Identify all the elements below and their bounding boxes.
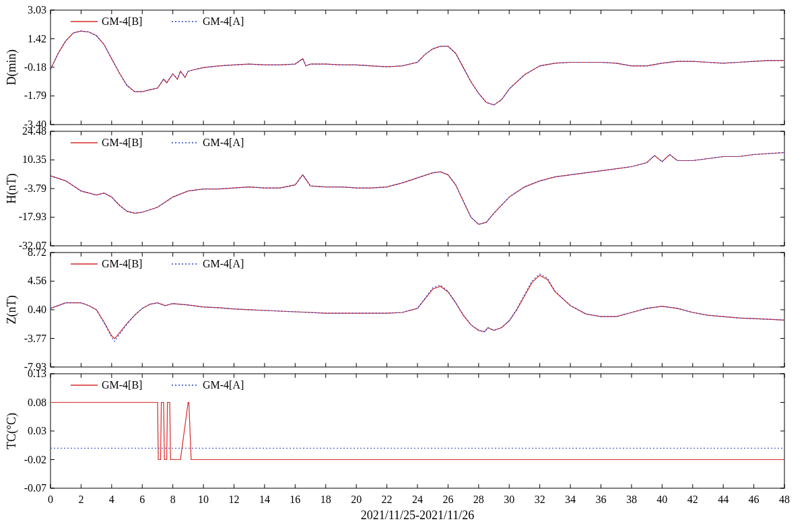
ylabel-D: D(min) [5,50,19,86]
xtick-label: 40 [656,494,667,505]
legend-label-B: GM-4[B] [102,137,142,148]
xtick-label: 48 [779,494,790,505]
series-Z-GM-4[B] [50,275,784,339]
xtick-label: 0 [48,494,53,505]
xtick-label: 18 [321,494,331,505]
series-D-GM-4[A] [50,31,784,105]
ytick-label: 4.56 [28,275,46,286]
legend-label-B: GM-4[B] [102,15,142,27]
series-TC-GM-4[B] [50,403,784,460]
xtick-label: 28 [473,494,484,505]
legend-label-B: GM-4[B] [102,379,142,391]
xtick-label: 30 [504,494,514,505]
xtick-label: 26 [442,494,453,505]
legend-label-A: GM-4[A] [203,137,244,148]
ylabel-Z: Z(nT) [5,296,19,325]
ytick-label: -0.02 [24,454,46,465]
ytick-label: -17.93 [19,211,46,222]
ytick-label: 0.13 [28,368,46,379]
legend-label-A: GM-4[A] [203,258,244,269]
xtick-label: 42 [687,494,698,505]
ytick-label: 8.72 [28,246,46,258]
xtick-label: 34 [565,494,576,505]
ytick-label: 0.08 [28,397,46,408]
xtick-label: 46 [749,494,760,505]
ytick-label: 0.40 [28,304,46,315]
xtick-label: 36 [596,494,607,505]
ytick-label: 1.42 [28,33,46,44]
ytick-label: -3.79 [24,182,46,194]
ytick-label: 10.35 [22,154,46,165]
ytick-label: 24.48 [22,125,46,137]
panel-frame-D [50,10,784,125]
xtick-label: 38 [626,494,637,505]
xtick-label: 24 [412,494,423,505]
xtick-label: 4 [109,494,114,505]
ylabel-TC: TC(°C) [5,413,19,449]
ytick-label: 0.03 [28,425,46,436]
xtick-label: 32 [535,494,545,505]
xtick-label: 14 [259,494,270,505]
xtick-label: 2 [78,494,83,505]
ytick-label: -0.18 [24,61,46,73]
series-D-GM-4[B] [50,31,784,105]
legend-label-B: GM-4[B] [102,258,142,269]
ytick-label: -1.79 [24,90,46,101]
xtick-label: 16 [290,494,300,505]
xtick-label: 6 [139,494,145,505]
panel-frame-H [50,131,784,246]
series-H-GM-4[B] [50,153,784,225]
legend-label-A: GM-4[A] [203,379,244,391]
xtick-label: 8 [170,494,176,505]
legend-label-A: GM-4[A] [203,15,244,27]
panel-frame-Z [50,253,784,367]
xtick-label: 22 [382,494,393,505]
series-H-GM-4[A] [50,153,784,225]
ytick-label: -3.77 [24,333,46,344]
xtick-label: 20 [351,494,362,505]
xaxis-label: 2021/11/25-2021/11/26 [361,508,475,522]
series-Z-GM-4[A] [50,274,784,341]
xtick-label: 44 [718,494,729,505]
ytick-label: -0.07 [24,482,46,494]
ytick-label: 3.03 [28,4,46,15]
ylabel-H: H(nT) [5,174,19,204]
xtick-label: 10 [198,494,209,505]
xtick-label: 12 [229,494,240,505]
